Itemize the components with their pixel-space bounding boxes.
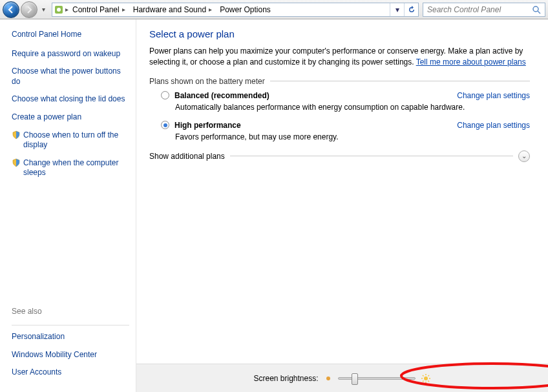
seealso-user-accounts[interactable]: User Accounts — [12, 367, 129, 378]
section-label: Plans shown on the battery meter — [149, 77, 265, 86]
sidebar: Control Panel Home Require a password on… — [0, 19, 136, 392]
divider — [270, 81, 530, 81]
control-panel-icon — [52, 5, 65, 15]
brightness-label: Screen brightness: — [253, 374, 318, 383]
arrow-left-icon — [7, 6, 15, 14]
change-plan-settings-link[interactable]: Change plan settings — [457, 121, 530, 130]
svg-line-10 — [423, 375, 424, 377]
svg-point-4 — [326, 377, 330, 380]
seealso-personalization[interactable]: Personalization — [12, 332, 129, 342]
brightness-bar: Screen brightness: — [136, 364, 548, 392]
page-title: Select a power plan — [149, 28, 530, 39]
change-plan-settings-link[interactable]: Change plan settings — [457, 91, 530, 100]
breadcrumb-control-panel[interactable]: Control Panel▸ — [68, 3, 129, 16]
plan-description: Automatically balances performance with … — [175, 103, 530, 112]
page-description: Power plans can help you maximize your c… — [149, 46, 530, 68]
shield-icon — [12, 158, 21, 167]
breadcrumb-hardware-sound[interactable]: Hardware and Sound▸ — [129, 3, 216, 16]
show-additional-label: Show additional plans — [149, 152, 225, 161]
control-panel-home-link[interactable]: Control Panel Home — [12, 30, 129, 40]
svg-line-3 — [538, 11, 540, 14]
radio-balanced[interactable] — [161, 91, 169, 99]
forward-button[interactable] — [21, 1, 37, 18]
back-button[interactable] — [3, 1, 19, 18]
sidebar-task-power-buttons[interactable]: Choose what the power buttons do — [12, 67, 129, 87]
navigation-bar: ▾ ▸ Control Panel▸ Hardware and Sound▸ P… — [0, 0, 548, 19]
sidebar-task-create-plan[interactable]: Create a power plan — [12, 112, 129, 123]
chevron-right-icon: ▸ — [122, 6, 125, 13]
nav-history-dropdown[interactable]: ▾ — [39, 1, 48, 18]
plan-high-performance: High performance Change plan settings Fa… — [161, 121, 530, 141]
plan-name: High performance — [174, 121, 241, 130]
breadcrumb-label: Control Panel — [72, 5, 120, 14]
plan-description: Favors performance, but may use more ene… — [175, 132, 530, 141]
sidebar-task-computer-sleeps[interactable]: Change when the computer sleeps — [23, 158, 129, 178]
slider-thumb[interactable] — [352, 373, 358, 385]
chevron-right-icon: ▸ — [209, 6, 212, 13]
content-pane: Select a power plan Power plans can help… — [136, 19, 548, 392]
breadcrumb-label: Power Options — [220, 5, 271, 14]
shield-icon — [12, 130, 21, 139]
sidebar-task-password-wakeup[interactable]: Require a password on wakeup — [12, 49, 129, 59]
address-bar[interactable]: ▸ Control Panel▸ Hardware and Sound▸ Pow… — [52, 3, 419, 17]
divider — [230, 156, 513, 156]
plan-name: Balanced (recommended) — [174, 91, 269, 100]
section-battery-plans: Plans shown on the battery meter — [149, 77, 530, 86]
refresh-button[interactable] — [404, 3, 418, 16]
sidebar-task-turn-off-display[interactable]: Choose when to turn off the display — [23, 130, 129, 150]
svg-point-1 — [57, 8, 61, 12]
search-placeholder: Search Control Panel — [427, 5, 501, 14]
learn-more-link[interactable]: Tell me more about power plans — [416, 57, 526, 67]
refresh-icon — [408, 6, 416, 14]
sidebar-task-closing-lid[interactable]: Choose what closing the lid does — [12, 94, 129, 105]
address-dropdown[interactable]: ▾ — [390, 3, 404, 16]
seealso-mobility-center[interactable]: Windows Mobility Center — [12, 350, 129, 360]
arrow-right-icon — [25, 6, 33, 14]
brightness-slider[interactable] — [338, 377, 416, 380]
svg-line-12 — [423, 380, 424, 382]
breadcrumb-label: Hardware and Sound — [133, 5, 206, 14]
search-icon — [532, 5, 541, 14]
sun-dim-icon — [324, 374, 333, 383]
radio-high-performance[interactable] — [161, 121, 169, 129]
svg-line-11 — [428, 380, 429, 382]
sun-bright-icon — [421, 373, 431, 384]
svg-line-13 — [428, 375, 429, 377]
divider — [12, 325, 129, 325]
see-also-header: See also — [12, 307, 129, 316]
expand-button[interactable]: ⌄ — [518, 150, 530, 162]
show-additional-plans-row: Show additional plans ⌄ — [149, 150, 530, 162]
svg-point-5 — [424, 377, 428, 380]
search-input[interactable]: Search Control Panel — [423, 3, 545, 17]
plan-balanced: Balanced (recommended) Change plan setti… — [161, 91, 530, 112]
chevron-down-icon: ⌄ — [522, 152, 527, 160]
svg-point-2 — [533, 6, 538, 12]
breadcrumb-power-options[interactable]: Power Options — [216, 3, 275, 16]
